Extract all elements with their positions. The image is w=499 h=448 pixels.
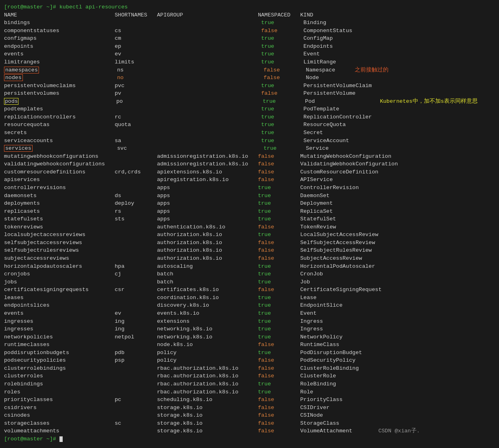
table-row: horizontalpodautoscalers hpa autoscaling…	[4, 263, 495, 271]
table-row: rolebindings rbac.authorization.k8s.io t…	[4, 380, 495, 388]
table-row: componentstatuses cs false ComponentStat…	[4, 27, 495, 35]
table-row: cronjobs cj batch true CronJob	[4, 270, 495, 278]
pods-highlight: pods	[4, 98, 18, 105]
services-highlight: services	[4, 145, 33, 152]
table-row: secrets true Secret	[4, 129, 495, 137]
table-row: priorityclasses pc scheduling.k8s.io fal…	[4, 396, 495, 404]
command-line: [root@master ~]# kubectl api-resources	[4, 3, 495, 11]
table-row: persistentvolumes pv false PersistentVol…	[4, 90, 495, 98]
table-row: csinodes storage.k8s.io false CSINode	[4, 411, 495, 419]
table-row: localsubjectaccessreviews authorization.…	[4, 231, 495, 239]
table-row: daemonsets ds apps true DaemonSet	[4, 192, 495, 200]
table-row: validatingwebhookconfigurations admissio…	[4, 160, 495, 168]
footer-prompt: [root@master ~]#	[4, 435, 495, 443]
table-row-services: services svc true Service	[4, 145, 495, 153]
table-row-leases: leases coordination.k8s.io true Lease	[4, 294, 495, 302]
table-row: endpoints ep true Endpoints	[4, 43, 495, 51]
table-row: deployments deploy apps true Deployment	[4, 200, 495, 208]
table-row: poddisruptionbudgets pdb policy true Pod…	[4, 349, 495, 357]
table-row: selfsubjectrulesreviews authorization.k8…	[4, 246, 495, 255]
annotation-namespaces: 之前接触过的	[355, 67, 389, 73]
prompt: [root@master ~]# kubectl api-resources	[4, 4, 128, 10]
table-row: mutatingwebhookconfigurations admissionr…	[4, 153, 495, 161]
k8s-note: Kubernetes中，加不加s表示同样意思	[380, 98, 478, 104]
table-row: persistentvolumeclaims pvc true Persiste…	[4, 82, 495, 90]
table-row: resourcequotas quota true ResourceQuota	[4, 121, 495, 129]
table-row: bindings true Binding	[4, 19, 495, 27]
table-row: storageclasses sc storage.k8s.io false S…	[4, 419, 495, 428]
table-row: podsecuritypolicies psp policy false Pod…	[4, 356, 495, 365]
table-row: customresourcedefinitions crd,crds apiex…	[4, 168, 495, 176]
table-row-pods: pods po true Pod Kubernetes中，加不加s表示同样意思	[4, 98, 495, 106]
table-row: nodes no false Node	[4, 74, 495, 82]
table-row: limitranges limits true LimitRange	[4, 58, 495, 66]
table-row: events ev events.k8s.io true Event	[4, 310, 495, 318]
table-row: apiservices apiregistration.k8s.io false…	[4, 176, 495, 184]
terminal: [root@master ~]# kubectl api-resources N…	[4, 3, 495, 443]
table-row: controllerrevisions apps true Controller…	[4, 184, 495, 192]
table-row: clusterroles rbac.authorization.k8s.io f…	[4, 372, 495, 380]
table-row: statefulsets sts apps true StatefulSet	[4, 215, 495, 223]
table-row: clusterrolebindings rbac.authorization.k…	[4, 365, 495, 373]
table-row: csidrivers storage.k8s.io false CSIDrive…	[4, 404, 495, 412]
table-row: events ev true Event	[4, 50, 495, 58]
table-row: podtemplates true PodTemplate	[4, 105, 495, 113]
namespaces-highlight: namespaces	[4, 67, 39, 73]
table-row: volumeattachments storage.k8s.io false V…	[4, 427, 495, 435]
header-line: NAME SHORTNAMES APIGROUP NAMESPACED KIND	[4, 11, 495, 19]
table-row: replicationcontrollers rc true Replicati…	[4, 113, 495, 121]
table-row-namespaces: namespaces ns false Namespace 之前接触过的	[4, 66, 495, 74]
table-row: endpointslices discovery.k8s.io true End…	[4, 301, 495, 310]
table-row: roles rbac.authorization.k8s.io true Rol…	[4, 388, 495, 396]
table-row: ingresses ing extensions true Ingress	[4, 318, 495, 326]
table-row: replicasets rs apps true ReplicaSet	[4, 208, 495, 216]
nodes-highlight: nodes	[4, 74, 23, 81]
table-row: ingresses ing networking.k8s.io true Ing…	[4, 325, 495, 333]
table-row: jobs batch true Job	[4, 278, 495, 286]
table-row: runtimeclasses node.k8s.io false Runtime…	[4, 341, 495, 349]
table-row: serviceaccounts sa true ServiceAccount	[4, 137, 495, 145]
table-row: subjectaccessreviews authorization.k8s.i…	[4, 255, 495, 263]
table-row: networkpolicies netpol networking.k8s.io…	[4, 333, 495, 341]
table-row: configmaps cm true ConfigMap	[4, 35, 495, 43]
table-row: tokenreviews authentication.k8s.io false…	[4, 223, 495, 231]
table-row: certificatesigningrequests csr certifica…	[4, 286, 495, 294]
cursor	[59, 436, 63, 442]
table-row: selfsubjectaccessreviews authorization.k…	[4, 239, 495, 247]
